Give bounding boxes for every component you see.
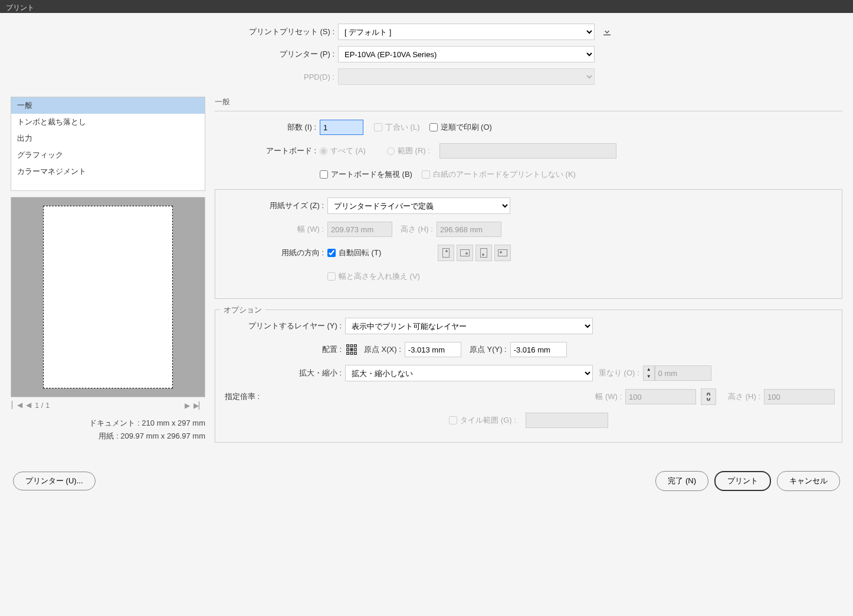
section-general: 一般 bbox=[215, 97, 842, 111]
transpose-label: 幅と高さを入れ換え (V) bbox=[339, 271, 420, 282]
svg-rect-3 bbox=[347, 348, 349, 351]
overlap-stepper: ▲▼ bbox=[643, 365, 655, 381]
nav-next-icon[interactable]: ▶ bbox=[185, 401, 190, 410]
ratio-label: 指定倍率 : bbox=[222, 391, 275, 402]
auto-rotate-label: 自動回転 (T) bbox=[339, 248, 381, 258]
artboard-range-radio bbox=[387, 147, 395, 155]
layers-label: プリントするレイヤー (Y) : bbox=[222, 321, 345, 331]
scale-h-label: 高さ (H) : bbox=[728, 391, 760, 402]
svg-rect-4 bbox=[350, 348, 353, 351]
doc-value: 210 mm x 297 mm bbox=[142, 419, 205, 427]
category-item-graphics[interactable]: グラフィック bbox=[11, 147, 205, 163]
ignore-artboard-checkbox[interactable] bbox=[320, 170, 328, 179]
overlap-label: 重なり (O) : bbox=[599, 368, 639, 378]
origin-y-label: 原点 Y(Y) : bbox=[470, 344, 507, 355]
placement-grid-icon[interactable] bbox=[345, 343, 358, 356]
ignore-artboard-label: アートボードを無視 (B) bbox=[331, 169, 412, 180]
orient-label: 用紙の方向 : bbox=[222, 248, 327, 258]
svg-rect-6 bbox=[347, 353, 349, 355]
scale-select[interactable]: 拡大・縮小しない bbox=[345, 365, 593, 381]
orient-portrait-down-icon bbox=[475, 245, 492, 261]
category-item-general[interactable]: 一般 bbox=[11, 97, 205, 114]
link-icon bbox=[701, 388, 716, 405]
print-button[interactable]: プリント bbox=[714, 471, 771, 491]
svg-rect-8 bbox=[355, 353, 357, 355]
placement-label: 配置 : bbox=[222, 344, 345, 355]
category-item-output[interactable]: 出力 bbox=[11, 130, 205, 147]
transpose-checkbox bbox=[327, 272, 336, 281]
collate-checkbox bbox=[374, 123, 382, 131]
tile-range-label: タイル範囲 (G) : bbox=[460, 415, 516, 426]
orient-landscape-left-icon bbox=[457, 245, 473, 261]
origin-x-label: 原点 X(X) : bbox=[364, 344, 401, 355]
preview-page bbox=[43, 206, 173, 388]
svg-rect-0 bbox=[347, 345, 349, 347]
section-options: オプション bbox=[220, 305, 265, 315]
copies-input[interactable] bbox=[320, 120, 363, 135]
layers-select[interactable]: 表示中でプリント可能なレイヤー bbox=[345, 318, 593, 334]
paper-size-select[interactable]: プリンタードライバーで定義 bbox=[327, 197, 510, 214]
dialog-title: プリント bbox=[0, 0, 853, 13]
artboard-range-input bbox=[439, 143, 616, 159]
svg-rect-2 bbox=[355, 345, 357, 347]
printer-select[interactable]: EP-10VA (EP-10VA Series) bbox=[338, 46, 595, 62]
printer-label: プリンター (P) : bbox=[11, 49, 338, 60]
skip-blank-label: 白紙のアートボードをプリントしない (K) bbox=[433, 169, 576, 180]
nav-prev-icon[interactable]: ◀ bbox=[26, 401, 31, 410]
category-item-marks[interactable]: トンボと裁ち落とし bbox=[11, 114, 205, 130]
collate-label: 丁合い (L) bbox=[385, 122, 420, 133]
origin-x-input[interactable] bbox=[405, 342, 461, 357]
svg-rect-1 bbox=[350, 345, 353, 347]
cancel-button[interactable]: キャンセル bbox=[777, 471, 840, 491]
nav-first-icon[interactable]: ▏◀ bbox=[12, 401, 22, 410]
reverse-label: 逆順で印刷 (O) bbox=[441, 122, 492, 133]
auto-rotate-checkbox[interactable] bbox=[327, 249, 336, 257]
paper-value: 209.97 mm x 296.97 mm bbox=[120, 431, 205, 440]
overlap-input bbox=[655, 365, 711, 381]
reverse-checkbox[interactable] bbox=[429, 123, 438, 131]
paper-width-label: 幅 (W) : bbox=[222, 224, 327, 235]
tile-range-input bbox=[526, 413, 608, 428]
tile-range-checkbox bbox=[449, 416, 457, 424]
paper-height-label: 高さ (H) : bbox=[401, 224, 433, 235]
done-button[interactable]: 完了 (N) bbox=[655, 471, 708, 491]
category-item-color[interactable]: カラーマネジメント bbox=[11, 163, 205, 180]
page-indicator: 1 / 1 bbox=[35, 401, 50, 410]
category-list[interactable]: 一般 トンボと裁ち落とし 出力 グラフィック カラーマネジメント bbox=[11, 97, 205, 191]
paper-width-input bbox=[327, 222, 392, 237]
printer-settings-button[interactable]: プリンター (U)... bbox=[13, 472, 96, 490]
scale-h-input bbox=[764, 389, 835, 404]
scale-w-input bbox=[625, 389, 696, 404]
orient-landscape-right-icon bbox=[494, 245, 511, 261]
paper-label: 用紙 : bbox=[99, 431, 118, 440]
preview-box bbox=[11, 197, 205, 397]
artboard-all-radio bbox=[320, 147, 327, 155]
ppd-label: PPD(D) : bbox=[11, 73, 338, 81]
paper-size-label: 用紙サイズ (Z) : bbox=[222, 200, 327, 211]
artboard-label: アートボード : bbox=[215, 146, 320, 156]
nav-last-icon[interactable]: ▶▏ bbox=[193, 401, 204, 410]
copies-label: 部数 (I) : bbox=[215, 122, 320, 133]
skip-blank-checkbox bbox=[422, 170, 430, 179]
preset-label: プリントプリセット (S) : bbox=[11, 27, 338, 37]
svg-rect-7 bbox=[350, 353, 353, 355]
svg-rect-5 bbox=[355, 348, 357, 351]
ppd-select bbox=[338, 68, 595, 85]
scale-w-label: 幅 (W) : bbox=[595, 391, 622, 402]
doc-label: ドキュメント : bbox=[89, 419, 139, 427]
scale-label: 拡大・縮小 : bbox=[222, 368, 345, 378]
origin-y-input[interactable] bbox=[510, 342, 567, 357]
save-preset-icon[interactable] bbox=[601, 25, 613, 38]
orient-portrait-up-icon bbox=[438, 245, 454, 261]
preset-select[interactable]: [ デフォルト ] bbox=[338, 24, 595, 40]
paper-height-input bbox=[437, 222, 501, 237]
